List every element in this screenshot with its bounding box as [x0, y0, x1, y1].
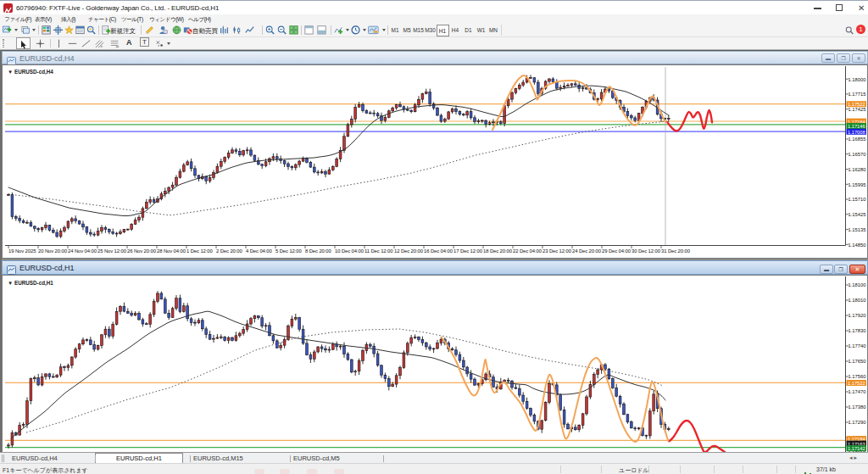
svg-text:29 Dec 04:00: 29 Dec 04:00: [602, 248, 632, 254]
svg-text:28 Nov 04:00: 28 Nov 04:00: [157, 248, 186, 254]
svg-text:30 Dec 12:00: 30 Dec 12:00: [632, 248, 661, 254]
svg-text:1.17146: 1.17146: [848, 124, 865, 129]
svg-text:1.14850: 1.14850: [849, 243, 866, 248]
svg-text:1.17740: 1.17740: [849, 343, 866, 349]
svg-text:31 Dec 20:00: 31 Dec 20:00: [661, 248, 691, 254]
svg-text:1.17715: 1.17715: [849, 92, 866, 97]
svg-text:▼ EURUSD-cd,H4: ▼ EURUSD-cd,H4: [8, 69, 53, 75]
svg-text:1.18010: 1.18010: [849, 298, 866, 303]
svg-text:5 Dec 12:00: 5 Dec 12:00: [275, 248, 302, 254]
svg-text:18 Dec 20:00: 18 Dec 20:00: [483, 248, 513, 254]
svg-text:1.15135: 1.15135: [849, 227, 866, 232]
svg-text:e: e: [101, 44, 103, 48]
svg-text:10 Dec 04:00: 10 Dec 04:00: [335, 248, 364, 254]
svg-text:1.15425: 1.15425: [849, 212, 866, 217]
svg-text:1.18000: 1.18000: [849, 77, 866, 82]
svg-text:1.17425: 1.17425: [849, 107, 866, 112]
svg-text:24 Dec 20:00: 24 Dec 20:00: [572, 248, 602, 254]
svg-text:1.16855: 1.16855: [849, 137, 866, 142]
svg-text:12 Dec 20:00: 12 Dec 20:00: [394, 248, 424, 254]
svg-text:1.16570: 1.16570: [849, 152, 866, 157]
svg-text:8 Dec 20:00: 8 Dec 20:00: [305, 248, 331, 254]
svg-text:11 Dec 12:00: 11 Dec 12:00: [364, 248, 393, 254]
svg-text:1.17290: 1.17290: [849, 420, 866, 425]
svg-text:24 Nov 04:00: 24 Nov 04:00: [68, 248, 97, 254]
svg-text:20 Nov 20:00: 20 Nov 20:00: [38, 248, 68, 254]
svg-text:4 Dec 04:00: 4 Dec 04:00: [246, 248, 272, 254]
svg-text:22 Dec 04:00: 22 Dec 04:00: [513, 248, 542, 254]
svg-text:1.17470: 1.17470: [849, 389, 866, 394]
svg-text:1.17522: 1.17522: [848, 102, 865, 107]
svg-text:1.17522: 1.17522: [848, 381, 865, 386]
svg-text:1.15710: 1.15710: [849, 197, 866, 202]
svg-text:1.17650: 1.17650: [849, 359, 866, 364]
svg-text:1.15995: 1.15995: [849, 182, 866, 187]
svg-text:1.17008: 1.17008: [848, 130, 865, 135]
svg-text:17 Dec 12:00: 17 Dec 12:00: [453, 248, 483, 254]
svg-text:16 Dec 04:00: 16 Dec 04:00: [424, 248, 453, 254]
svg-text:1.17142: 1.17142: [848, 446, 865, 451]
svg-text:1.17380: 1.17380: [849, 404, 866, 410]
svg-text:1.17560: 1.17560: [849, 374, 866, 379]
svg-text:1 Dec 12:00: 1 Dec 12:00: [186, 248, 213, 254]
svg-text:23 Dec 12:00: 23 Dec 12:00: [542, 248, 572, 254]
svg-text:▼ EURUSD-cd,H1: ▼ EURUSD-cd,H1: [8, 280, 53, 287]
svg-text:1.16280: 1.16280: [849, 167, 866, 172]
svg-text:1.17920: 1.17920: [849, 313, 866, 318]
svg-text:1.17830: 1.17830: [849, 328, 866, 333]
svg-text:25 Nov 12:00: 25 Nov 12:00: [97, 248, 127, 254]
svg-text:2 Dec 20:00: 2 Dec 20:00: [216, 248, 242, 254]
svg-text:26 Nov 20:00: 26 Nov 20:00: [127, 248, 157, 254]
svg-text:1.18100: 1.18100: [849, 282, 866, 287]
svg-text:19 Nov 2025: 19 Nov 2025: [8, 248, 36, 254]
